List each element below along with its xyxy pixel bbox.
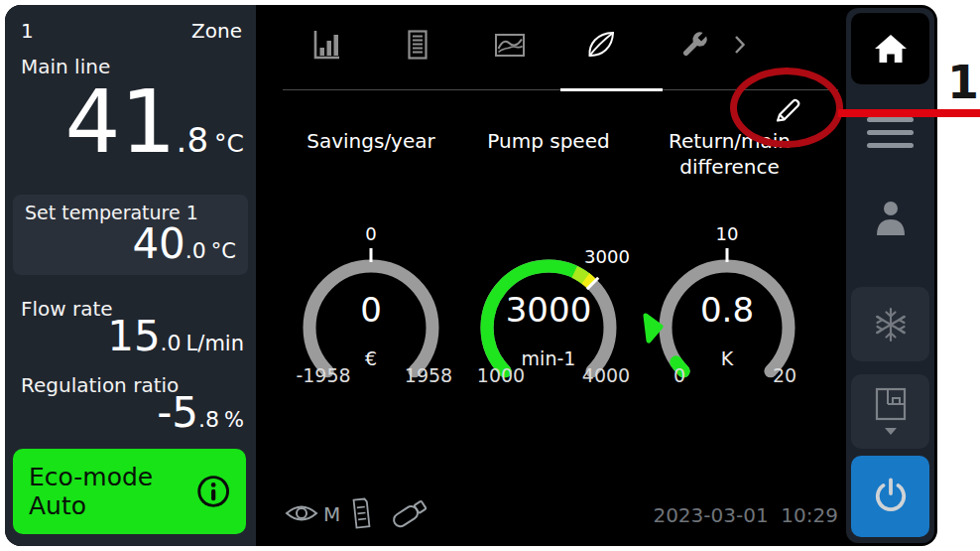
svg-text:4000: 4000 — [582, 364, 630, 386]
user-button[interactable] — [870, 196, 912, 243]
tab-statistics[interactable] — [305, 23, 348, 67]
report-icon — [400, 27, 435, 63]
clock: 2023-03-01 10:29 — [590, 503, 838, 527]
sd-card-icon — [348, 494, 374, 532]
snowflake-icon — [869, 303, 913, 346]
regulation-ratio-value: -5.8% — [15, 391, 244, 435]
home-button[interactable] — [851, 13, 929, 84]
zone-header: 1 Zone — [21, 19, 242, 43]
home-icon — [872, 32, 910, 66]
gauge-savings: 0€-195819580 — [282, 223, 460, 432]
bar-chart-icon — [308, 27, 344, 63]
set-temperature-value: 40.0°C — [25, 222, 236, 266]
svg-text:0.8: 0.8 — [700, 290, 754, 330]
device-screen: 1 Zone Main line 41.8°C Set temperature … — [5, 5, 937, 546]
tab-trends[interactable] — [488, 23, 532, 67]
leaf-icon — [582, 26, 620, 64]
edit-button[interactable] — [772, 92, 807, 128]
status-icons: M — [284, 493, 435, 533]
main-line-value: 41.8°C — [15, 78, 244, 166]
svg-text:10: 10 — [716, 223, 739, 244]
pencil-icon — [772, 92, 805, 126]
svg-text:3000: 3000 — [506, 290, 592, 330]
svg-text:K: K — [721, 347, 734, 369]
svg-text:0: 0 — [365, 223, 376, 244]
eye-icon — [284, 500, 319, 526]
gauge-return-diff: 0.8K02010 — [638, 223, 816, 432]
eco-mode-label: Eco-mode Auto — [29, 463, 194, 520]
zone-label: Zone — [191, 19, 242, 43]
menu-button[interactable] — [867, 117, 914, 156]
tab-overflow[interactable] — [727, 23, 753, 67]
flow-rate-value: 15.0L/min — [15, 315, 244, 358]
power-button[interactable] — [851, 456, 929, 537]
user-icon — [870, 196, 912, 239]
svg-text:€: € — [365, 347, 377, 369]
svg-text:1000: 1000 — [477, 364, 525, 386]
tab-settings[interactable] — [673, 23, 716, 67]
trend-chart-icon — [491, 27, 529, 63]
gauge-title-pump-speed: Pump speed — [469, 128, 628, 154]
chevron-right-icon — [733, 34, 747, 56]
frost-protection-button[interactable] — [851, 287, 929, 361]
eco-mode-button[interactable]: Eco-mode Auto — [13, 449, 246, 534]
svg-text:0: 0 — [674, 364, 685, 386]
active-tab-indicator — [560, 88, 663, 91]
info-icon — [194, 470, 232, 513]
gauge-pump-speed: 3000min-1100040003000 — [459, 223, 638, 432]
gauge-title-savings: Savings/year — [292, 128, 450, 154]
gauge-title-return-diff: Return/main difference — [643, 128, 816, 180]
callout-label: 1 — [947, 60, 979, 105]
callout-line — [838, 109, 980, 117]
svg-text:3000: 3000 — [584, 246, 630, 267]
zone-number: 1 — [21, 19, 34, 43]
power-icon — [869, 475, 913, 518]
wrench-icon — [676, 27, 712, 63]
sidebar — [846, 8, 934, 543]
svg-text:-1958: -1958 — [296, 364, 350, 386]
tab-report[interactable] — [396, 23, 439, 67]
zones-button[interactable] — [851, 374, 929, 449]
zone-panel: 1 Zone Main line 41.8°C Set temperature … — [5, 5, 256, 546]
tab-eco[interactable] — [579, 23, 623, 67]
svg-text:min-1: min-1 — [522, 347, 576, 369]
menu-icon — [867, 117, 914, 122]
svg-text:20: 20 — [773, 364, 796, 386]
svg-text:0: 0 — [360, 290, 382, 330]
usb-icon — [384, 494, 435, 532]
svg-text:1958: 1958 — [405, 364, 452, 386]
set-temperature-card[interactable]: Set temperature 1 40.0°C — [13, 195, 248, 275]
zones-icon — [869, 384, 913, 440]
mode-letter: M — [323, 502, 340, 526]
